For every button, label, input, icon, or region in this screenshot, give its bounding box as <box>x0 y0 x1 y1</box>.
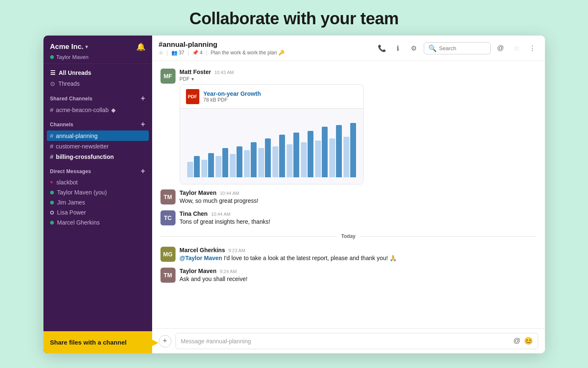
sidebar-item-taylor-maven[interactable]: Taylor Maven (you) <box>43 187 152 197</box>
chart-bar-dark <box>251 142 257 177</box>
sidebar-item-threads[interactable]: ⊙ Threads <box>43 78 152 89</box>
chart-preview <box>180 109 363 184</box>
add-shared-channel-icon[interactable]: + <box>141 94 145 103</box>
chart-bar-group <box>287 133 299 177</box>
avatar: MG <box>160 247 176 262</box>
message-header: Taylor Maven 9:24 AM <box>180 268 537 274</box>
app-container: Acme Inc. ▾ 🔔 Taylor Maven ☰ All Unreads… <box>43 36 545 353</box>
channel-description: Plan the work & work the plan 🔑 <box>211 50 285 56</box>
chart-bar-light <box>301 142 307 177</box>
chart-bar-group <box>315 127 328 177</box>
sidebar-item-marcel-gherkins[interactable]: Marcel Gherkins <box>43 217 152 227</box>
search-box[interactable]: 🔍 <box>424 42 491 54</box>
online-status-dot <box>50 55 54 59</box>
sidebar-nav: ☰ All Unreads ⊙ Threads Shared Channels … <box>43 64 152 353</box>
pdf-size: 78 kB PDF <box>204 97 261 103</box>
chart-bar-dark <box>293 133 299 177</box>
at-icon[interactable]: @ <box>513 337 520 345</box>
hash-icon: # <box>50 132 53 139</box>
avatar: TM <box>160 189 176 204</box>
search-input[interactable] <box>439 45 486 51</box>
workspace-name[interactable]: Acme Inc. ▾ <box>50 43 88 51</box>
message-input-placeholder: Message #annual-planning <box>181 338 251 345</box>
chart-bar-light <box>315 141 321 177</box>
people-icon: 👥 <box>171 50 178 56</box>
chart-bar-light <box>216 156 221 177</box>
message-input-box[interactable]: Message #annual-planning @ 😊 <box>176 333 538 349</box>
key-icon: 🔑 <box>278 50 285 56</box>
chart-bar-group <box>344 123 356 177</box>
phone-icon[interactable]: 📞 <box>376 42 388 54</box>
sidebar-item-slackbot[interactable]: ♥ slackbot <box>43 177 152 187</box>
message-matt-foster: MF Matt Foster 10:43 AM PDF ▾ PDF <box>160 66 537 187</box>
sidebar-item-billing-crossfunction[interactable]: # billing-crossfunction <box>43 151 152 162</box>
star-icon[interactable]: ☆ <box>159 50 163 56</box>
pdf-attachment[interactable]: PDF Year-on-year Growth 78 kB PDF <box>180 84 364 184</box>
pdf-info: Year-on-year Growth 78 kB PDF <box>204 90 261 103</box>
chart-bar-light <box>230 154 236 177</box>
user-status: Taylor Maven <box>50 54 145 60</box>
sidebar-item-lisa-power[interactable]: Lisa Power <box>43 207 152 217</box>
message-time: 10:44 AM <box>211 212 230 217</box>
avatar: TM <box>160 268 176 283</box>
at-icon[interactable]: @ <box>495 42 507 54</box>
chart-bar-group <box>272 135 285 177</box>
avatar: MF <box>160 69 176 84</box>
channel-info: #annual-planning ☆ | 👥 37 | 📌 4 | <box>159 41 285 56</box>
chart-bar-light <box>329 138 335 177</box>
chart-bar-dark <box>350 123 356 177</box>
message-taylor-maven-2: TM Taylor Maven 9:24 AM Ask and you shal… <box>160 265 537 286</box>
tooltip-arrow-icon: ▶ <box>151 337 158 348</box>
message-body: Matt Foster 10:43 AM PDF ▾ PDF Year-on-y… <box>180 69 537 184</box>
message-header: Marcel Gherkins 9:23 AM <box>180 247 537 253</box>
messages-area: MF Matt Foster 10:43 AM PDF ▾ PDF <box>152 61 545 328</box>
settings-icon[interactable]: ⚙ <box>408 42 420 54</box>
today-divider: Today <box>160 233 537 239</box>
sidebar-item-jim-james[interactable]: Jim James <box>43 197 152 207</box>
message-tina-chen: TC Tina Chen 10:44 AM Tons of great insi… <box>160 208 537 229</box>
add-dm-icon[interactable]: + <box>141 167 145 176</box>
chart-bar-group <box>244 142 257 177</box>
message-time: 10:43 AM <box>214 70 234 75</box>
sidebar-item-acme-beacon-collab[interactable]: # acme-beacon-collab ◆ <box>43 105 152 115</box>
offline-dot <box>50 211 54 215</box>
add-channel-icon[interactable]: + <box>141 120 145 129</box>
star-icon[interactable]: ☆ <box>511 42 522 54</box>
message-text: @Taylor Maven I'd love to take a look at… <box>180 254 537 263</box>
channel-name: #annual-planning <box>159 41 285 49</box>
channel-header: #annual-planning ☆ | 👥 37 | 📌 4 | <box>152 36 545 61</box>
bell-icon[interactable]: 🔔 <box>136 42 145 51</box>
channels-header: Channels + <box>43 115 152 130</box>
chart-bar-group <box>187 156 200 177</box>
pin-icon: 📌 <box>192 50 199 56</box>
chart-bar-dark <box>336 125 342 177</box>
more-icon[interactable]: ⋮ <box>527 42 538 54</box>
pdf-label: PDF ▾ <box>180 76 537 82</box>
chart-bar-dark <box>322 127 328 177</box>
chevron-down-icon: ▾ <box>85 44 88 50</box>
sidebar-item-all-unreads[interactable]: ☰ All Unreads <box>43 67 152 78</box>
emoji-icon[interactable]: 😊 <box>524 337 533 345</box>
header-actions: 📞 ℹ ⚙ 🔍 @ ☆ ⋮ <box>376 42 538 54</box>
page-title: Collaborate with your team <box>189 0 398 36</box>
pinned-count: 📌 4 <box>192 50 203 56</box>
chart-bar-group <box>329 125 342 177</box>
message-author: Marcel Gherkins <box>180 247 225 253</box>
chart-bar-light <box>258 148 264 177</box>
chart-bar-group <box>258 138 271 177</box>
add-attachment-button[interactable]: + <box>159 335 171 348</box>
pdf-header: PDF Year-on-year Growth 78 kB PDF <box>180 85 363 109</box>
info-icon[interactable]: ℹ <box>392 42 404 54</box>
message-marcel-gherkins: MG Marcel Gherkins 9:23 AM @Taylor Maven… <box>160 244 537 265</box>
sidebar-header: Acme Inc. ▾ 🔔 Taylor Maven <box>43 36 152 64</box>
chart-bar-light <box>287 144 293 177</box>
chart-bar-light <box>344 137 349 178</box>
message-input-area: + Message #annual-planning @ 😊 <box>152 328 545 353</box>
chart-bar-group <box>301 131 313 177</box>
chart-bar-dark <box>237 146 242 177</box>
message-body: Taylor Maven 10:44 AM Wow, so much great… <box>180 189 537 205</box>
chart-bar-light <box>187 162 193 177</box>
sidebar-item-annual-planning[interactable]: # annual-planning <box>47 130 149 141</box>
chart-bar-dark <box>265 138 271 177</box>
sidebar-item-customer-newsletter[interactable]: # customer-newsletter <box>43 141 152 151</box>
